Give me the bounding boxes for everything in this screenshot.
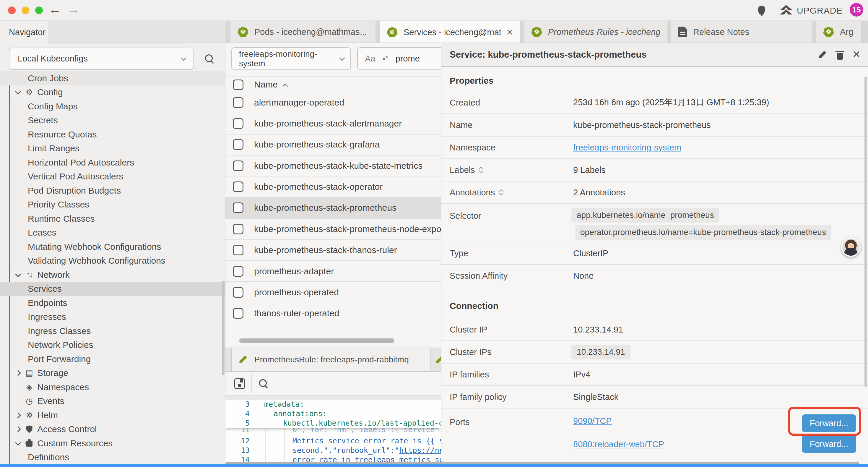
name-column-header[interactable]: Name: [254, 80, 278, 90]
details-scrollbar[interactable]: [864, 77, 867, 387]
detail-label: Cluster IP: [450, 325, 487, 334]
table-row-prometheus-adapter[interactable]: prometheus-adapter: [225, 261, 441, 282]
sidebar-item-config[interactable]: ⚙Config: [0, 85, 225, 99]
sidebar-item-validating-webhook-configurations[interactable]: Validating Webhook Configurations: [0, 254, 225, 268]
sidebar-item-cron-jobs[interactable]: Cron Jobs: [0, 71, 225, 85]
sidebar-item-endpoints[interactable]: Endpoints: [0, 296, 225, 310]
row-checkbox[interactable]: [233, 224, 243, 234]
sidebar-item-mutating-webhook-configurations[interactable]: Mutating Webhook Configurations: [0, 240, 225, 254]
tab-services-icecheng-math[interactable]: ☸Services - icecheng@math...×: [380, 21, 520, 43]
edit-pencil-icon[interactable]: [817, 50, 827, 60]
chevron-right-icon[interactable]: [15, 412, 21, 418]
table-row-kube-prometheus-stack-alertmanager[interactable]: kube-prometheus-stack-alertmanager: [225, 113, 441, 134]
tab-prometheus-rules-icecheng[interactable]: ☸Prometheus Rules - icecheng...: [524, 21, 667, 43]
sort-ascending-icon[interactable]: [282, 83, 288, 89]
sidebar-item-ingresses[interactable]: Ingresses: [0, 310, 225, 324]
sidebar-item-port-forwarding[interactable]: Port Forwarding: [0, 352, 225, 366]
traffic-light-maximize[interactable]: [35, 6, 43, 14]
forward-icon[interactable]: →: [67, 2, 80, 17]
row-checkbox[interactable]: [233, 202, 243, 213]
row-checkbox[interactable]: [233, 97, 243, 108]
port-link-9090-tcp[interactable]: 9090/TCP: [573, 416, 612, 426]
upgrade-icon[interactable]: [780, 5, 793, 16]
row-checkbox[interactable]: [233, 287, 243, 298]
match-case-icon[interactable]: Aa: [365, 54, 375, 63]
editor-tab-prometheusrule[interactable]: PrometheusRule: freeleaps-prod-rabbitmq: [231, 348, 431, 371]
close-icon[interactable]: ×: [507, 26, 513, 38]
row-checkbox[interactable]: [233, 118, 243, 129]
back-icon[interactable]: ←: [49, 2, 61, 17]
table-row-kube-prometheus-stack-prometheus-node-expor[interactable]: kube-prometheus-stack-prometheus-node-ex…: [225, 219, 441, 240]
tab-pods-icecheng-mathmas[interactable]: ☸Pods - icecheng@mathmas...: [230, 21, 375, 43]
sidebar-item-storage[interactable]: ▤Storage: [0, 366, 225, 380]
avatar[interactable]: [841, 237, 861, 257]
sidebar-item-resource-quotas[interactable]: Resource Quotas: [0, 127, 225, 142]
row-checkbox[interactable]: [233, 160, 243, 171]
notifications-bell-icon[interactable]: [756, 5, 767, 16]
chevron-down-icon[interactable]: [15, 271, 21, 277]
yaml-editor[interactable]: 110", for: "nm", labels :{ service" :12M…: [225, 396, 441, 467]
editor-tab-partial[interactable]: [432, 348, 441, 371]
chevron-down-icon[interactable]: [15, 89, 21, 95]
forward-button[interactable]: Forward...: [802, 435, 856, 453]
sidebar-scrollbar[interactable]: [222, 281, 224, 375]
sidebar-item-runtime-classes[interactable]: Runtime Classes: [0, 212, 225, 226]
sidebar-item-services[interactable]: Services: [0, 282, 225, 296]
traffic-light-minimize[interactable]: [22, 6, 29, 14]
row-checkbox[interactable]: [233, 308, 243, 319]
tab-argo-se[interactable]: ☸Argo Se: [816, 21, 861, 43]
table-horizontal-scrollbar[interactable]: [239, 339, 395, 343]
sidebar-item-network-policies[interactable]: Network Policies: [0, 338, 225, 352]
table-row-kube-prometheus-stack-prometheus[interactable]: kube-prometheus-stack-prometheus: [225, 198, 441, 219]
table-row-alertmanager-operated[interactable]: alertmanager-operated: [225, 92, 441, 113]
sidebar-item-leases[interactable]: Leases: [0, 226, 225, 240]
notification-count-badge[interactable]: 15: [850, 3, 863, 17]
traffic-light-close[interactable]: [8, 6, 16, 14]
editor-search-icon[interactable]: [258, 379, 269, 389]
regex-icon[interactable]: ▪*: [382, 54, 388, 63]
table-row-kube-prometheus-stack-kube-state-metrics[interactable]: kube-prometheus-stack-kube-state-metrics: [225, 155, 441, 176]
table-row-kube-prometheus-stack-operator[interactable]: kube-prometheus-stack-operator: [225, 176, 441, 198]
sidebar-item-helm[interactable]: ☸Helm: [0, 408, 225, 422]
sidebar-item-limit-ranges[interactable]: Limit Ranges: [0, 142, 225, 156]
row-checkbox[interactable]: [233, 181, 243, 192]
table-row-prometheus-operated[interactable]: prometheus-operated: [225, 282, 441, 303]
select-all-checkbox[interactable]: [233, 80, 243, 90]
sidebar-item-vertical-pod-autoscalers[interactable]: Vertical Pod Autoscalers: [0, 170, 225, 184]
table-row-thanos-ruler-operated[interactable]: thanos-ruler-operated: [225, 303, 441, 324]
chevron-right-icon[interactable]: [15, 426, 21, 432]
sidebar-item-custom-resources[interactable]: Custom Resources: [0, 436, 225, 450]
kubeconfig-selector[interactable]: Local Kubeconfigs: [9, 48, 193, 70]
navigator-search-icon[interactable]: [205, 54, 215, 64]
detail-value-link[interactable]: freeleaps-monitoring-system: [573, 143, 681, 152]
upgrade-button[interactable]: UPGRADE: [797, 6, 843, 16]
sidebar-item-definitions[interactable]: Definitions: [0, 450, 225, 465]
sort-icon[interactable]: [500, 189, 503, 196]
sidebar-item-horizontal-pod-autoscalers[interactable]: Horizontal Pod Autoscalers: [0, 155, 225, 170]
namespace-filter-dropdown[interactable]: freeleaps-monitoring-system: [231, 47, 351, 70]
sidebar-item-ingress-classes[interactable]: Ingress Classes: [0, 324, 225, 338]
save-icon[interactable]: [234, 378, 245, 389]
row-checkbox[interactable]: [233, 245, 243, 255]
port-link-8080-reloader-web-tcp[interactable]: 8080:reloader-web/TCP: [573, 439, 664, 449]
table-row-kube-prometheus-stack-thanos-ruler[interactable]: kube-prometheus-stack-thanos-ruler: [225, 240, 441, 261]
delete-trash-icon[interactable]: [836, 49, 844, 61]
row-checkbox[interactable]: [233, 139, 243, 150]
sidebar-item-events[interactable]: ◷Events: [0, 394, 225, 408]
sidebar-item-pod-disruption-budgets[interactable]: Pod Disruption Budgets: [0, 183, 225, 198]
sidebar-item-access-control[interactable]: Access Control: [0, 422, 225, 437]
tab-navigator[interactable]: Navigator: [0, 21, 48, 44]
sidebar-item-namespaces[interactable]: ◈Namespaces: [0, 380, 225, 394]
row-checkbox[interactable]: [233, 266, 243, 276]
sidebar-item-secrets[interactable]: Secrets: [0, 114, 225, 128]
chevron-right-icon[interactable]: [15, 370, 21, 376]
service-search-input[interactable]: Aa ▪* prome: [357, 47, 441, 70]
chevron-down-icon[interactable]: [15, 440, 21, 446]
tab-release-notes[interactable]: Release Notes: [671, 21, 812, 43]
sidebar-item-network[interactable]: ↑↓Network: [0, 268, 225, 282]
sidebar-item-priority-classes[interactable]: Priority Classes: [0, 198, 225, 212]
close-icon[interactable]: ×: [852, 47, 860, 61]
sidebar-item-config-maps[interactable]: Config Maps: [0, 99, 225, 114]
sort-icon[interactable]: [479, 167, 483, 174]
table-row-kube-prometheus-stack-grafana[interactable]: kube-prometheus-stack-grafana: [225, 135, 441, 155]
